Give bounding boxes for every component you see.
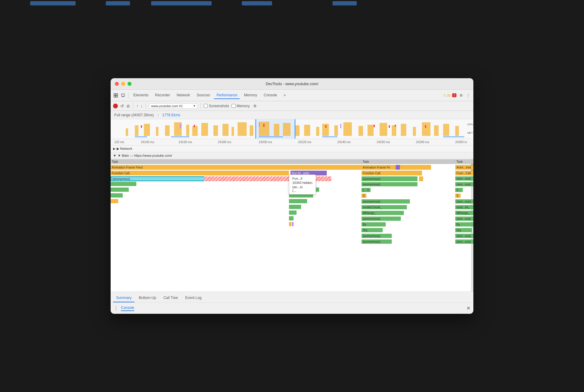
clear-icon[interactable]: ⊘	[126, 104, 130, 108]
far-anon3-bar[interactable]: (ano...ous)	[455, 199, 473, 204]
svg-rect-23	[274, 124, 279, 136]
right-ellipsis-bar[interactable]: (... V	[362, 188, 371, 192]
cs-9	[289, 216, 294, 220]
right-function-bar[interactable]: Function Call	[362, 171, 422, 175]
tab-bottom-up[interactable]: Bottom-Up	[136, 294, 159, 302]
download-icon[interactable]: ↓	[141, 104, 143, 108]
right-fill-bar[interactable]: fillRange_	[362, 211, 404, 215]
screenshots-checkbox-label[interactable]: Screenshots	[204, 104, 229, 108]
right-anon4-bar[interactable]: (anonymous)	[362, 217, 401, 221]
far-ixa-bar[interactable]: IXa	[455, 228, 472, 232]
tab-more[interactable]: »	[281, 92, 288, 99]
far-anon5-bar[interactable]: (ano...ous)	[455, 234, 473, 238]
main-collapse-icon[interactable]: ▼	[113, 154, 116, 157]
network-expand-icon[interactable]: ▶	[113, 147, 115, 151]
record-button[interactable]	[113, 104, 118, 108]
tab-elements[interactable]: Elements	[131, 92, 151, 99]
svg-rect-29	[334, 125, 338, 136]
far-v-bar[interactable]: V	[455, 188, 463, 192]
url-select[interactable]: www.youtube.com #1 ▼	[149, 103, 197, 109]
tab-call-tree[interactable]: Call Tree	[161, 294, 181, 302]
flame-chart-header[interactable]: ▼ ▼ Main — https://www.youtube.com/	[111, 152, 473, 159]
devtools-window: DevTools - www.youtube.com/ Elements Rec…	[111, 78, 473, 314]
far-anon1-bar[interactable]: (ano...ous)	[455, 176, 473, 181]
console-close-button[interactable]: ✕	[466, 305, 470, 311]
far-anon4-bar[interactable]: (ano...ous)	[455, 217, 473, 221]
reload-icon[interactable]: ↺	[120, 104, 124, 108]
far-s-bar[interactable]: S	[455, 194, 461, 198]
overview-svg: CPU NET	[111, 119, 473, 139]
cs-8	[289, 210, 297, 215]
console-label[interactable]: Console	[121, 306, 134, 311]
tab-recorder[interactable]: Recorder	[153, 92, 172, 99]
deep-bar-2[interactable]	[111, 188, 129, 192]
far-animation-bar[interactable]: Anim...ired	[455, 165, 473, 170]
right-anon3-bar[interactable]: (anonymous)	[362, 199, 410, 204]
right-anon1-bar[interactable]: (anonymous)	[362, 176, 417, 181]
tab-sources[interactable]: Sources	[194, 92, 212, 99]
svg-rect-42	[259, 123, 260, 127]
svg-rect-14	[186, 125, 189, 136]
maximize-button[interactable]	[128, 82, 131, 86]
cs-11	[292, 222, 294, 226]
tab-summary[interactable]: Summary	[113, 294, 135, 302]
settings-icon[interactable]: ⚙	[458, 93, 464, 98]
console-dots-icon[interactable]: ⋮	[114, 305, 118, 311]
url-value: www.youtube.com #1	[151, 104, 183, 108]
memory-checkbox-label[interactable]: Memory	[232, 104, 250, 108]
right-anon5-bar[interactable]: (anonymous)	[362, 234, 392, 238]
warning-count: 35	[447, 94, 450, 97]
right-anon6-bar[interactable]: (anonymous)	[362, 239, 392, 244]
far-render-bar[interactable]: rend...nk_	[455, 205, 473, 209]
right-task-bar[interactable]: Task	[362, 159, 455, 164]
overview-chart[interactable]: CPU NET	[111, 119, 473, 139]
ruler-tick-4: 24200 ms	[259, 140, 272, 144]
far-anon6-bar[interactable]: (ano...ous)	[455, 239, 473, 244]
full-range-label: Full range (34307.26ms)	[114, 113, 154, 117]
svg-rect-15	[192, 126, 198, 136]
svg-rect-10	[144, 124, 150, 136]
far-function-bar[interactable]: Func...Call	[455, 171, 473, 175]
svg-rect-31	[359, 126, 363, 136]
inspect-icon[interactable]	[113, 93, 118, 98]
svg-rect-16	[201, 123, 208, 136]
screenshots-checkbox[interactable]	[204, 104, 208, 108]
animation-bar[interactable]: Animation Frame Fired	[111, 165, 365, 170]
deep-bar-4[interactable]	[111, 199, 118, 203]
far-fill-bar[interactable]: fillRange_	[455, 211, 473, 215]
svg-rect-35	[401, 124, 406, 136]
tooltip-funll: Fun...ll	[292, 177, 313, 180]
minimize-button[interactable]	[121, 82, 125, 86]
tab-event-log[interactable]: Event Log	[182, 294, 205, 302]
extra-settings-icon[interactable]: ⚙	[252, 103, 258, 109]
deep-bar-3[interactable]	[111, 193, 123, 198]
right-anon2-bar[interactable]: (anonymous)	[362, 182, 417, 186]
tooltip-hidden: 10343 hidden	[292, 181, 313, 185]
ruler-tick-9: 24300 m	[455, 140, 467, 144]
network-label: ▶ Network	[117, 147, 132, 151]
device-icon[interactable]	[120, 93, 126, 98]
more-icon[interactable]: ⋮	[466, 93, 471, 98]
tab-console[interactable]: Console	[261, 92, 279, 99]
far-anon2-bar[interactable]: (ano...ous)	[455, 182, 473, 186]
far-task-bar[interactable]: Task	[455, 159, 473, 164]
deep-bar-1[interactable]	[111, 182, 136, 186]
function-call-bar[interactable]: Function Call	[111, 171, 289, 175]
svg-rect-33	[380, 123, 387, 136]
right-s-bar2[interactable]: S	[362, 194, 366, 198]
right-ixa-bar[interactable]: IXa	[362, 228, 383, 232]
tab-performance[interactable]: Performance	[214, 92, 240, 99]
right-render-bar[interactable]: renderChunk_	[362, 205, 407, 209]
tab-network[interactable]: Network	[174, 92, 192, 99]
far-by-bar[interactable]: By	[455, 222, 473, 227]
right-by-bar[interactable]: By	[362, 222, 386, 227]
memory-checkbox[interactable]	[232, 104, 235, 108]
svg-rect-27	[316, 127, 319, 136]
svg-rect-5	[122, 97, 124, 97]
svg-rect-57	[322, 136, 337, 137]
task-bar-left[interactable]: Task	[111, 159, 365, 164]
devtools-toolbar2: ↺ ⊘ ↑ ↓ www.youtube.com #1 ▼ Screenshots…	[111, 101, 473, 111]
upload-icon[interactable]: ↑	[136, 104, 138, 108]
tab-memory[interactable]: Memory	[242, 92, 259, 99]
close-button[interactable]	[115, 82, 119, 86]
